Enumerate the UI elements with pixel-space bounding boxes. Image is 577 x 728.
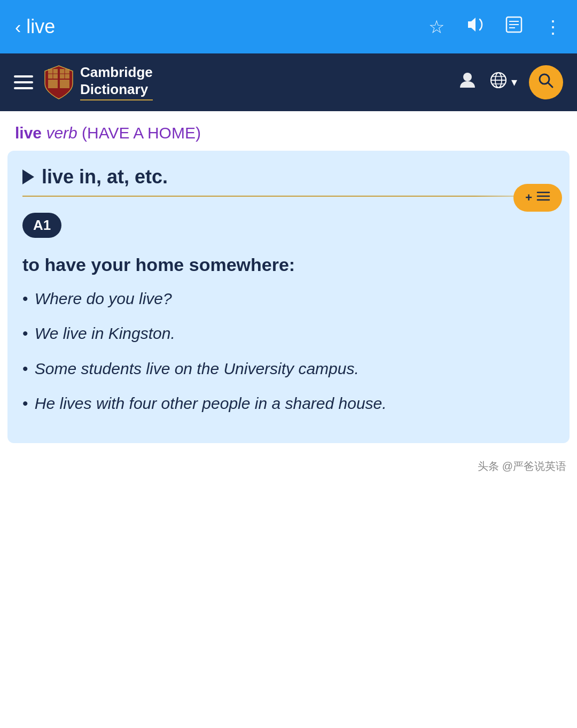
cambridge-name: Cambridge <box>80 64 153 81</box>
watermark-text: 头条 @严爸说英语 <box>478 460 566 472</box>
cambridge-logo[interactable]: Cambridge Dictionary <box>44 64 153 100</box>
header-left-section: Cambridge Dictionary <box>14 64 153 100</box>
watermark: 头条 @严爸说英语 <box>0 454 577 476</box>
list-icon <box>536 190 550 205</box>
header-right-section: ▾ <box>458 65 563 99</box>
browser-action-icons: ☆ ⋮ <box>428 15 562 38</box>
entry-word: live <box>15 124 46 142</box>
chevron-down-icon: ▾ <box>511 75 517 89</box>
user-icon[interactable] <box>458 71 477 94</box>
entry-sense: (HAVE A HOME) <box>82 124 201 142</box>
examples-list: Where do you live? We live in Kingston. … <box>7 287 570 415</box>
example-4: He lives with four other people in a sha… <box>22 392 555 415</box>
reader-icon[interactable] <box>504 15 524 38</box>
definition-card: live in, at, etc. + A1 to have your home… <box>7 151 570 443</box>
back-chevron-icon: ‹ <box>15 17 21 37</box>
svg-point-12 <box>463 73 472 81</box>
phrase-header: live in, at, etc. <box>7 151 570 196</box>
example-1: Where do you live? <box>22 287 555 311</box>
star-icon[interactable]: ☆ <box>428 16 445 37</box>
level-badge: A1 <box>22 213 61 238</box>
logo-underline <box>80 99 153 100</box>
entry-pos: verb <box>46 124 82 142</box>
example-3: Some students live on the University cam… <box>22 357 555 381</box>
more-dots-icon[interactable]: ⋮ <box>544 16 562 37</box>
entry-section-label: live verb (HAVE A HOME) <box>15 124 562 142</box>
definition-text: to have your home somewhere: <box>7 247 570 287</box>
hamburger-menu-icon[interactable] <box>14 75 33 89</box>
browser-tab-title: live <box>26 16 55 38</box>
content-area: live verb (HAVE A HOME) live in, at, etc… <box>0 111 577 476</box>
dictionary-name: Dictionary <box>80 81 153 98</box>
search-magnifier-icon <box>538 73 554 92</box>
dictionary-header: Cambridge Dictionary ▾ <box>0 53 577 111</box>
browser-back-nav[interactable]: ‹ live <box>15 16 55 38</box>
expand-triangle-icon[interactable] <box>22 169 34 184</box>
search-button[interactable] <box>529 65 563 99</box>
svg-rect-7 <box>60 80 69 88</box>
add-to-list-button[interactable]: + <box>513 184 562 212</box>
svg-line-19 <box>548 83 552 87</box>
language-selector[interactable]: ▾ <box>489 71 517 94</box>
speaker-icon[interactable] <box>465 15 484 38</box>
svg-rect-6 <box>48 80 58 88</box>
cambridge-logo-text: Cambridge Dictionary <box>80 64 153 100</box>
section-header: live verb (HAVE A HOME) <box>0 111 577 151</box>
add-list-label: + <box>525 191 532 205</box>
gold-divider: + <box>22 196 555 197</box>
cambridge-shield-icon <box>44 65 74 100</box>
phrase-title: live in, at, etc. <box>42 166 168 188</box>
browser-bar: ‹ live ☆ ⋮ <box>0 0 577 53</box>
example-2: We live in Kingston. <box>22 322 555 345</box>
globe-icon <box>489 71 508 94</box>
